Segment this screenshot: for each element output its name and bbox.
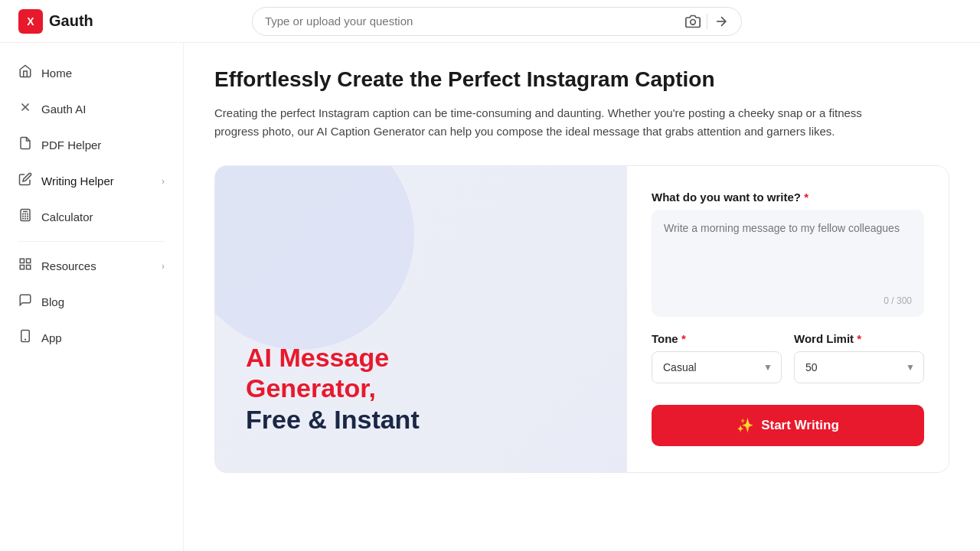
tone-select[interactable]: Casual Formal Friendly Professional Humo… [652, 351, 782, 383]
writing-icon [18, 172, 32, 190]
resources-chevron: › [162, 261, 165, 272]
camera-icon[interactable] [685, 14, 701, 29]
sidebar-divider [18, 241, 165, 242]
svg-rect-13 [20, 259, 24, 262]
left-panel-title: AI Message Generator, Free & Instant [246, 342, 596, 435]
sidebar-item-pdf-helper[interactable]: PDF Helper [0, 127, 183, 163]
layout: Home Gauth AI PDF Helper [0, 43, 980, 551]
pdf-icon [18, 136, 32, 154]
char-count: 0 / 300 [664, 295, 912, 306]
tone-wordlimit-row: Tone * Casual Formal Friendly Profession… [652, 332, 924, 383]
sidebar-label-app: App [41, 331, 62, 344]
title-line2: Generator, [246, 373, 376, 403]
tone-star: * [678, 332, 686, 345]
start-writing-button[interactable]: ✨ Start Writing [652, 405, 924, 446]
title-line3: Free & Instant [246, 405, 420, 434]
tone-label: Tone * [652, 332, 782, 345]
word-limit-star: * [854, 332, 861, 345]
sidebar-item-resources[interactable]: Resources › [0, 248, 183, 284]
what-label: What do you want to write? * [652, 191, 924, 204]
title-line1: AI Message [246, 343, 389, 372]
sidebar-label-gauth-ai: Gauth AI [41, 103, 86, 116]
sidebar-label-blog: Blog [41, 295, 64, 308]
start-writing-label: Start Writing [761, 418, 839, 433]
required-star: * [801, 191, 808, 204]
header: X Gauth [0, 0, 980, 43]
start-writing-icon: ✨ [737, 417, 753, 434]
search-icons [685, 14, 729, 29]
write-textarea[interactable] [664, 220, 912, 289]
search-bar [252, 7, 742, 36]
sidebar-label-writing-helper: Writing Helper [41, 174, 114, 187]
sidebar-label-calculator: Calculator [41, 210, 93, 223]
sidebar-item-home[interactable]: Home [0, 55, 183, 91]
home-icon [18, 64, 32, 82]
sidebar-item-gauth-ai[interactable]: Gauth AI [0, 91, 183, 127]
tone-select-wrapper: Casual Formal Friendly Professional Humo… [652, 351, 782, 383]
calculator-icon [18, 208, 32, 226]
word-limit-label: Word Limit * [794, 332, 924, 345]
left-panel: AI Message Generator, Free & Instant [215, 166, 627, 472]
word-limit-select[interactable]: 50 100 150 200 250 300 [794, 351, 924, 383]
textarea-wrapper: 0 / 300 [652, 210, 924, 317]
sidebar: Home Gauth AI PDF Helper [0, 43, 184, 551]
arrow-right-icon[interactable] [714, 14, 729, 29]
svg-rect-15 [27, 266, 31, 269]
sidebar-label-resources: Resources [41, 259, 96, 272]
svg-rect-14 [27, 259, 31, 262]
sidebar-item-writing-helper[interactable]: Writing Helper › [0, 163, 183, 199]
main-content: Effortlessly Create the Perfect Instagra… [184, 43, 980, 551]
right-panel: What do you want to write? * 0 / 300 Ton… [627, 166, 949, 472]
writing-helper-chevron: › [162, 176, 165, 187]
page-title: Effortlessly Create the Perfect Instagra… [214, 67, 949, 92]
word-limit-select-wrapper: 50 100 150 200 250 300 ▼ [794, 351, 924, 383]
resources-icon [18, 257, 32, 275]
blog-icon [18, 293, 32, 311]
word-limit-col: Word Limit * 50 100 150 200 250 300 [794, 332, 924, 383]
card-area: AI Message Generator, Free & Instant Wha… [214, 165, 949, 473]
sidebar-item-blog[interactable]: Blog [0, 284, 183, 320]
logo: X Gauth [18, 9, 93, 34]
app-icon [18, 329, 32, 347]
sidebar-label-pdf-helper: PDF Helper [41, 139, 101, 152]
logo-icon: X [18, 9, 43, 34]
sidebar-label-home: Home [41, 67, 72, 80]
gauth-ai-icon [18, 100, 32, 118]
tone-col: Tone * Casual Formal Friendly Profession… [652, 332, 782, 383]
search-divider [707, 14, 707, 29]
sidebar-item-app[interactable]: App [0, 320, 183, 356]
svg-point-0 [691, 19, 696, 24]
page-description: Creating the perfect Instagram caption c… [214, 104, 873, 141]
sidebar-item-calculator[interactable]: Calculator [0, 199, 183, 235]
svg-rect-16 [20, 266, 24, 269]
what-to-write-field: What do you want to write? * 0 / 300 [652, 191, 924, 317]
search-input[interactable] [265, 15, 679, 28]
logo-text: Gauth [49, 12, 93, 30]
